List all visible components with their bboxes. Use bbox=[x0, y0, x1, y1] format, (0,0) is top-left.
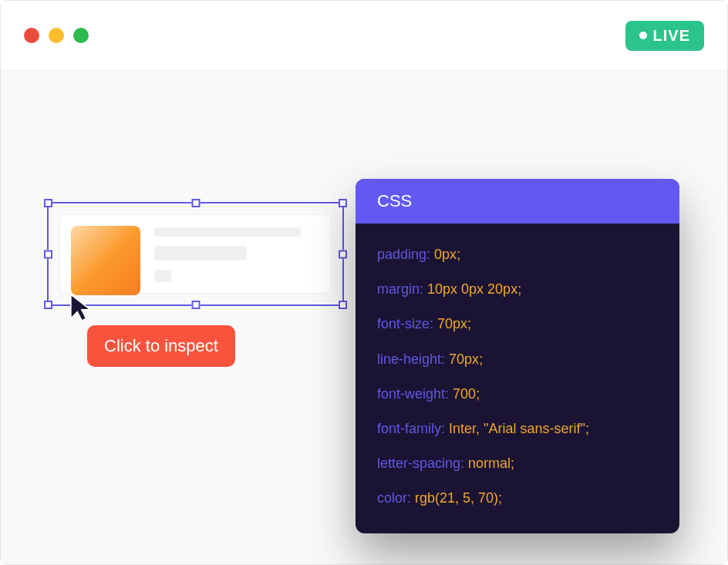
css-property-value: 0px bbox=[434, 247, 457, 262]
css-panel-header: CSS bbox=[356, 179, 679, 224]
preview-placeholder-lines bbox=[154, 226, 320, 282]
css-property-value: 700 bbox=[453, 386, 476, 402]
resize-handle-top-right[interactable] bbox=[339, 199, 347, 207]
css-property-name: letter-spacing bbox=[377, 456, 460, 471]
traffic-lights bbox=[24, 28, 89, 43]
preview-thumbnail bbox=[71, 226, 140, 295]
css-property-row: font-family: Inter, "Arial sans-serif"; bbox=[377, 419, 658, 439]
placeholder-line bbox=[154, 246, 247, 261]
resize-handle-top-left[interactable] bbox=[44, 199, 52, 207]
browser-window: LIVE Cl bbox=[0, 0, 728, 565]
resize-handle-middle-left[interactable] bbox=[44, 250, 52, 258]
title-bar: LIVE bbox=[1, 1, 727, 71]
live-dot-icon bbox=[639, 32, 647, 39]
resize-handle-bottom-left[interactable] bbox=[44, 301, 52, 309]
css-property-value: Inter, "Arial sans-serif" bbox=[449, 421, 585, 436]
placeholder-line bbox=[154, 227, 301, 237]
css-property-name: font-weight bbox=[377, 386, 445, 402]
css-property-name: padding bbox=[377, 247, 426, 262]
css-property-row: line-height: 70px; bbox=[377, 350, 658, 369]
placeholder-line bbox=[154, 270, 171, 282]
resize-handle-bottom-middle[interactable] bbox=[191, 301, 200, 309]
css-property-row: font-size: 70px; bbox=[377, 314, 658, 334]
inspect-button[interactable]: Click to inspect bbox=[87, 325, 235, 367]
css-property-name: font-size bbox=[377, 316, 430, 331]
resize-handle-top-middle[interactable] bbox=[191, 199, 200, 207]
selected-element-outline[interactable] bbox=[47, 202, 344, 306]
css-property-value: 70px bbox=[449, 351, 479, 367]
css-property-value: 10px 0px 20px bbox=[427, 281, 517, 297]
css-property-row: padding: 0px; bbox=[377, 245, 658, 264]
css-panel-body: padding: 0px; margin: 10px 0px 20px; fon… bbox=[356, 224, 679, 533]
minimize-window-button[interactable] bbox=[49, 28, 64, 43]
css-property-row: font-weight: 700; bbox=[377, 385, 658, 404]
css-property-row: margin: 10px 0px 20px; bbox=[377, 280, 658, 299]
resize-handle-middle-right[interactable] bbox=[339, 250, 347, 258]
css-property-name: line-height bbox=[377, 351, 441, 367]
css-property-value: rgb(21, 5, 70) bbox=[415, 490, 498, 506]
css-property-value: 70px bbox=[437, 316, 467, 331]
preview-card[interactable] bbox=[59, 214, 332, 294]
css-property-row: color: rgb(21, 5, 70); bbox=[377, 489, 658, 508]
css-inspector-panel: CSS padding: 0px; margin: 10px 0px 20px;… bbox=[356, 179, 679, 533]
resize-handle-bottom-right[interactable] bbox=[339, 301, 347, 309]
css-property-name: margin bbox=[377, 281, 420, 297]
content-area: Click to inspect CSS padding: 0px; margi… bbox=[1, 71, 727, 564]
maximize-window-button[interactable] bbox=[73, 28, 89, 43]
live-badge: LIVE bbox=[625, 21, 704, 51]
css-property-row: letter-spacing: normal; bbox=[377, 454, 658, 473]
css-property-name: color bbox=[377, 490, 407, 506]
css-property-value: normal bbox=[468, 456, 511, 471]
close-window-button[interactable] bbox=[24, 28, 39, 43]
cursor-icon bbox=[69, 291, 95, 327]
live-label: LIVE bbox=[653, 27, 690, 45]
css-property-name: font-family bbox=[377, 421, 441, 436]
